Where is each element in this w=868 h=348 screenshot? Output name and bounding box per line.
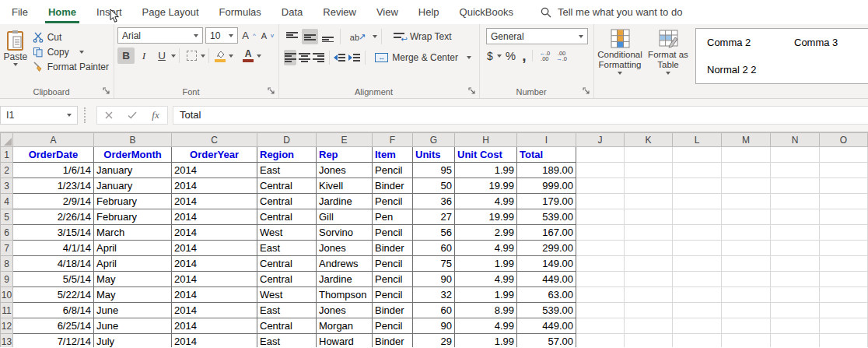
cell-C7[interactable]: 2014 [172,241,257,256]
middle-align-button[interactable] [302,29,318,44]
cell-E4[interactable]: Jardine [317,194,373,209]
cell-H6[interactable]: 2.99 [455,225,517,241]
insert-function-button[interactable]: fx [144,107,167,124]
cell-N4[interactable] [771,194,820,209]
cell-F6[interactable]: Pencil [373,225,413,241]
cell-J1[interactable] [576,147,625,163]
cell-F7[interactable]: Binder [373,241,413,256]
row-header-8[interactable]: 8 [1,256,13,272]
cell-N13[interactable] [771,334,820,348]
cell-F3[interactable]: Binder [373,178,413,194]
cell-M10[interactable] [722,287,771,303]
cell-I11[interactable]: 539.00 [517,303,576,318]
cell-M1[interactable] [722,147,771,163]
cell-C2[interactable]: 2014 [172,163,257,178]
row-header-13[interactable]: 13 [1,334,13,348]
cell-D2[interactable]: East [257,163,317,178]
cell-A4[interactable]: 2/9/14 [13,194,94,209]
cell-E12[interactable]: Morgan [317,318,373,334]
cell-L1[interactable] [673,147,722,163]
cell-K3[interactable] [625,178,673,194]
format-painter-button[interactable]: Format Painter [30,61,112,73]
cell-I2[interactable]: 189.00 [517,163,576,178]
cell-C12[interactable]: 2014 [172,318,257,334]
cell-B8[interactable]: April [94,256,172,272]
cell-O11[interactable] [820,303,868,318]
cell-D3[interactable]: Central [257,178,317,194]
cell-L8[interactable] [673,256,722,272]
cell-A3[interactable]: 1/23/14 [13,178,94,194]
tab-home[interactable]: Home [38,0,86,24]
cell-I5[interactable]: 539.00 [517,209,576,225]
cell-O12[interactable] [820,318,868,334]
cell-O8[interactable] [820,256,868,272]
cell-H7[interactable]: 4.99 [455,241,517,256]
cell-O1[interactable] [820,147,868,163]
column-header-G[interactable]: G [413,133,455,147]
cell-D11[interactable]: East [257,303,317,318]
cell-N11[interactable] [771,303,820,318]
row-header-2[interactable]: 2 [1,163,13,178]
cell-C6[interactable]: 2014 [172,225,257,241]
row-header-3[interactable]: 3 [1,178,13,194]
cell-O7[interactable] [820,241,868,256]
cell-O6[interactable] [820,225,868,241]
cell-G10[interactable]: 32 [413,287,455,303]
cell-E8[interactable]: Andrews [317,256,373,272]
cell-K2[interactable] [625,163,673,178]
cell-D12[interactable]: Central [257,318,317,334]
borders-button[interactable] [183,47,200,64]
cell-B10[interactable]: May [94,287,172,303]
increase-indent-button[interactable] [348,50,360,65]
cell-N3[interactable] [771,178,820,194]
cell-C11[interactable]: 2014 [172,303,257,318]
cell-N9[interactable] [771,272,820,287]
cell-O13[interactable] [820,334,868,348]
cell-I13[interactable]: 57.00 [517,334,576,348]
enter-button[interactable] [121,107,144,124]
cell-M3[interactable] [722,178,771,194]
cell-L4[interactable] [673,194,722,209]
cell-J2[interactable] [576,163,625,178]
row-header-7[interactable]: 7 [1,241,13,256]
cell-F9[interactable]: Pencil [373,272,413,287]
number-dialog-launcher[interactable] [583,87,591,96]
cell-L5[interactable] [673,209,722,225]
cell-I1[interactable]: Total [517,147,576,163]
cell-A2[interactable]: 1/6/14 [13,163,94,178]
increase-font-size-button[interactable]: A^ [240,30,257,41]
cell-O3[interactable] [820,178,868,194]
column-header-B[interactable]: B [94,133,172,147]
cell-F4[interactable]: Pencil [373,194,413,209]
cell-M13[interactable] [722,334,771,348]
column-header-A[interactable]: A [13,133,94,147]
cell-M4[interactable] [722,194,771,209]
cell-K12[interactable] [625,318,673,334]
cell-C9[interactable]: 2014 [172,272,257,287]
italic-button[interactable]: I [135,47,152,64]
cell-K1[interactable] [625,147,673,163]
cell-G11[interactable]: 60 [413,303,455,318]
cell-E6[interactable]: Sorvino [317,225,373,241]
cell-D1[interactable]: Region [257,147,317,163]
cell-M11[interactable] [722,303,771,318]
cell-F12[interactable]: Pencil [373,318,413,334]
font-dialog-launcher[interactable] [268,87,276,96]
cell-I6[interactable]: 167.00 [517,225,576,241]
column-header-D[interactable]: D [257,133,317,147]
cell-G6[interactable]: 56 [413,225,455,241]
cell-E9[interactable]: Jardine [317,272,373,287]
cell-B6[interactable]: March [94,225,172,241]
cell-B1[interactable]: OrderMonth [94,147,172,163]
cell-H12[interactable]: 4.99 [455,318,517,334]
paste-button[interactable]: Paste [2,26,30,84]
decrease-decimal-button[interactable]: .00→.0 [554,51,569,62]
tab-formulas[interactable]: Formulas [209,0,271,24]
cell-K9[interactable] [625,272,673,287]
cell-N12[interactable] [771,318,820,334]
cell-E7[interactable]: Jones [317,241,373,256]
cell-M9[interactable] [722,272,771,287]
increase-decimal-button[interactable]: ←.0.00 [537,51,552,62]
cell-H5[interactable]: 19.99 [455,209,517,225]
clipboard-dialog-launcher[interactable] [103,87,111,96]
